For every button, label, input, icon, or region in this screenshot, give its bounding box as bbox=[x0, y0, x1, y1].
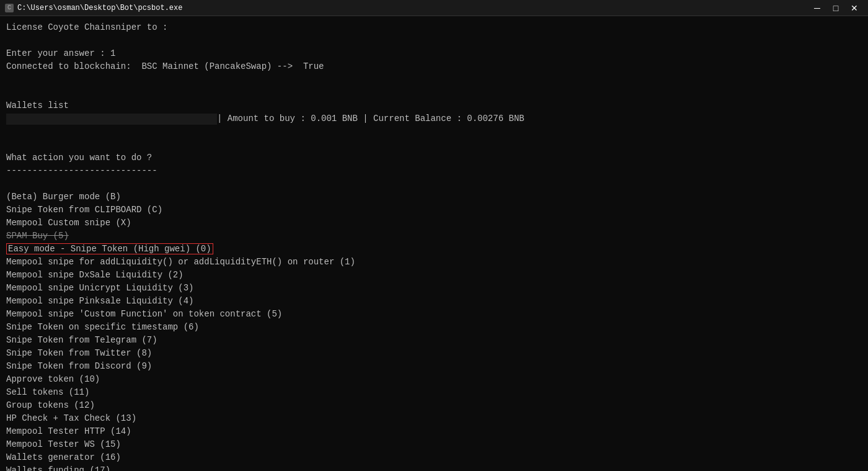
close-button[interactable]: ✕ bbox=[846, 1, 863, 15]
menu-item-15: HP Check + Tax Check (13) bbox=[6, 412, 862, 425]
menu-item-9: Snipe Token from Telegram (7) bbox=[6, 334, 862, 347]
line-empty-6 bbox=[6, 177, 862, 191]
title-bar-path: C:\Users\osman\Desktop\Bot\pcsbot.exe bbox=[17, 4, 182, 12]
minimize-button[interactable]: ─ bbox=[808, 1, 826, 15]
line-separator: ----------------------------- bbox=[6, 164, 862, 177]
line-empty-2 bbox=[6, 73, 862, 86]
title-bar: C C:\Users\osman\Desktop\Bot\pcsbot.exe … bbox=[0, 0, 868, 16]
line-action-prompt: What action you want to do ? bbox=[6, 151, 862, 164]
line-connected: Connected to blockchain: BSC Mainnet (Pa… bbox=[6, 60, 862, 73]
menu-item-13: Sell tokens (11) bbox=[6, 386, 862, 399]
menu-item-1: Snipe Token from CLIPBOARD (C) bbox=[6, 204, 862, 217]
status-bar-line: | Amount to buy : 0.001 BNB | Current Ba… bbox=[6, 112, 862, 125]
terminal-icon: C bbox=[5, 4, 14, 12]
menu-item-6: Mempool snipe Pinksale Liquidity (4) bbox=[6, 295, 862, 308]
menu-item-8: Snipe Token on specific timestamp (6) bbox=[6, 321, 862, 334]
menu-item-easy: Easy mode - Snipe Token (High gwei) (0) bbox=[6, 243, 862, 256]
title-bar-left: C C:\Users\osman\Desktop\Bot\pcsbot.exe bbox=[5, 4, 182, 12]
menu-item-17: Mempool Tester WS (15) bbox=[6, 438, 862, 451]
menu-item-10: Snipe Token from Twitter (8) bbox=[6, 347, 862, 360]
menu-item-19: Wallets funding (17) bbox=[6, 464, 862, 471]
terminal: License Coyote Chainsniper to : Enter yo… bbox=[0, 16, 868, 471]
menu-item-18: Wallets generator (16) bbox=[6, 451, 862, 464]
line-answer: Enter your answer : 1 bbox=[6, 47, 862, 60]
line-empty-5 bbox=[6, 138, 862, 151]
menu-item-4: Mempool snipe DxSale Liquidity (2) bbox=[6, 269, 862, 282]
line-empty-1 bbox=[6, 34, 862, 47]
menu-item-3: Mempool snipe for addLiquidity() or addL… bbox=[6, 256, 862, 269]
menu-item-12: Approve token (10) bbox=[6, 373, 862, 386]
strikethrough-spam: SPAM Buy (5) bbox=[6, 231, 69, 241]
menu-item-5: Mempool snipe Unicrypt Liquidity (3) bbox=[6, 282, 862, 295]
menu-item-7: Mempool snipe 'Custom Function' on token… bbox=[6, 308, 862, 321]
line-empty-3 bbox=[6, 86, 862, 99]
highlight-easy-mode: Easy mode - Snipe Token (High gwei) (0) bbox=[6, 243, 213, 254]
menu-item-spam: SPAM Buy (5) bbox=[6, 230, 862, 243]
menu-item-14: Group tokens (12) bbox=[6, 399, 862, 412]
menu-item-2: Mempool Custom snipe (X) bbox=[6, 217, 862, 230]
line-wallets-title: Wallets list bbox=[6, 99, 862, 112]
title-bar-controls: ─ □ ✕ bbox=[808, 1, 863, 15]
menu-item-0: (Beta) Burger mode (B) bbox=[6, 191, 862, 204]
menu-item-16: Mempool Tester HTTP (14) bbox=[6, 425, 862, 438]
redacted-block bbox=[6, 114, 217, 125]
maximize-button[interactable]: □ bbox=[827, 1, 844, 15]
status-info: | Amount to buy : 0.001 BNB | Current Ba… bbox=[217, 112, 525, 125]
menu-item-11: Snipe Token from Discord (9) bbox=[6, 360, 862, 373]
line-license: License Coyote Chainsniper to : bbox=[6, 21, 862, 34]
line-empty-4 bbox=[6, 125, 862, 138]
